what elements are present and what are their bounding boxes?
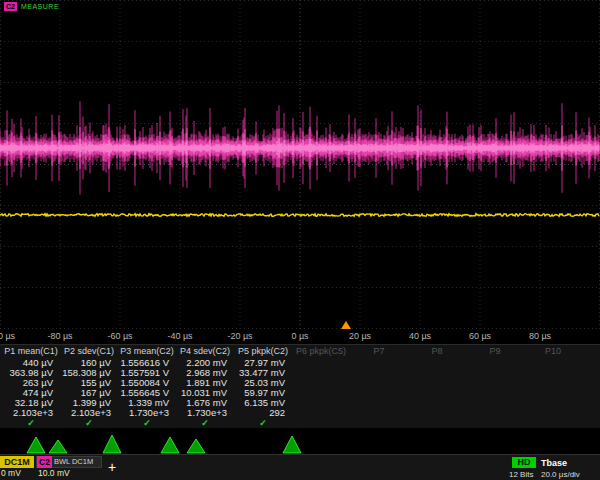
- histogram-peak: [27, 437, 45, 453]
- meas-value: [350, 378, 408, 388]
- meas-value: [408, 368, 466, 378]
- meas-value: [524, 368, 582, 378]
- meas-value: [466, 358, 524, 368]
- meas-value: [524, 378, 582, 388]
- meas-value: [524, 388, 582, 398]
- channel-c2-descriptor[interactable]: C2 BWL DC1M 10.0 mV: [36, 456, 102, 479]
- meas-value: [524, 408, 582, 418]
- meas-value: [292, 388, 350, 398]
- meas-value: 292: [234, 408, 292, 418]
- meas-value: [408, 388, 466, 398]
- meas-header-p9[interactable]: P9: [466, 345, 524, 358]
- meas-header-p8[interactable]: P8: [408, 345, 466, 358]
- hd-mode-badge[interactable]: HD: [512, 457, 536, 468]
- axis-tick-label: -80 µs: [47, 331, 72, 341]
- measurement-table: P1 mean(C1)P2 sdev(C1)P3 mean(C2)P4 sdev…: [0, 344, 600, 428]
- histogram-peak: [103, 435, 121, 453]
- meas-value: 1.730e+3: [118, 408, 176, 418]
- meas-value: [466, 398, 524, 408]
- meas-value: [350, 358, 408, 368]
- measurement-histicons: [0, 428, 600, 454]
- c2-coupling-label: BWL DC1M: [54, 456, 93, 468]
- meas-value: 2.103e+3: [60, 408, 118, 418]
- axis-tick-label: -100 µs: [0, 331, 15, 341]
- c1-coupling-label: DC1M: [0, 456, 34, 468]
- meas-value: [524, 398, 582, 408]
- meas-value: [350, 408, 408, 418]
- meas-value: [524, 358, 582, 368]
- channel-c1-descriptor[interactable]: DC1M 0 mV: [0, 456, 34, 479]
- axis-tick-label: 80 µs: [529, 331, 551, 341]
- meas-header-p7[interactable]: P7: [350, 345, 408, 358]
- trigger-time-marker-icon[interactable]: [341, 321, 351, 329]
- meas-row: 2.103e+32.103e+31.730e+31.730e+3292: [0, 408, 600, 418]
- meas-value: [350, 398, 408, 408]
- meas-value: [466, 388, 524, 398]
- c2-descriptor-header: C2 BWL DC1M: [36, 456, 102, 468]
- axis-tick-label: 60 µs: [469, 331, 491, 341]
- acquisition-status-label: MEASURE: [21, 2, 59, 11]
- meas-value: [466, 408, 524, 418]
- axis-tick-label: -40 µs: [167, 331, 192, 341]
- meas-value: [466, 378, 524, 388]
- histogram-peak: [187, 439, 205, 453]
- bottom-descriptor-bar: DC1M 0 mV C2 BWL DC1M 10.0 mV + HD 12 Bi…: [0, 454, 600, 480]
- meas-value: [292, 398, 350, 408]
- hd-bits-label: 12 Bits: [509, 470, 533, 479]
- waveform-display-area: C2 MEASURE: [0, 0, 600, 330]
- histicon-graphics: [0, 428, 600, 454]
- meas-value: 2.103e+3: [2, 408, 60, 418]
- add-trace-plus-marker[interactable]: +: [108, 460, 116, 474]
- meas-value: [292, 358, 350, 368]
- active-channel-badge: C2: [4, 2, 17, 11]
- c2-scale-value: 10.0 mV: [36, 468, 102, 479]
- histogram-peak: [283, 436, 301, 453]
- axis-tick-label: -60 µs: [107, 331, 132, 341]
- oscilloscope-screen: C2 MEASURE -100 µs-80 µs-60 µs-40 µs-20 …: [0, 0, 600, 480]
- meas-value: [408, 398, 466, 408]
- meas-value: [292, 378, 350, 388]
- meas-value: 1.730e+3: [176, 408, 234, 418]
- graticule-and-traces: [0, 0, 600, 330]
- meas-value: [466, 368, 524, 378]
- axis-tick-label: 40 µs: [409, 331, 431, 341]
- measurement-values: 440 µV160 µV1.556616 V2.200 mV27.97 mV36…: [0, 358, 600, 418]
- top-left-status: C2 MEASURE: [4, 2, 59, 11]
- c1-trace[interactable]: [0, 214, 599, 217]
- c1-scale-value: 0 mV: [0, 468, 34, 479]
- meas-value: [350, 388, 408, 398]
- meas-value: [408, 378, 466, 388]
- time-axis: -100 µs-80 µs-60 µs-40 µs-20 µs0 µs20 µs…: [0, 329, 600, 344]
- axis-tick-label: -20 µs: [227, 331, 252, 341]
- axis-tick-label: 0 µs: [291, 331, 308, 341]
- timebase-scale-value: 20.0 µs/div: [541, 470, 580, 479]
- histogram-peak: [49, 440, 67, 453]
- meas-value: [292, 408, 350, 418]
- meas-value: [408, 408, 466, 418]
- meas-header-p6[interactable]: P6 pkpk(C5): [292, 345, 350, 358]
- axis-tick-label: 20 µs: [349, 331, 371, 341]
- meas-value: [292, 368, 350, 378]
- meas-header-p10[interactable]: P10: [524, 345, 582, 358]
- meas-value: [350, 368, 408, 378]
- c2-channel-badge: C2: [37, 456, 52, 468]
- timebase-descriptor[interactable]: Tbase: [541, 458, 567, 468]
- histogram-peak: [161, 437, 179, 453]
- meas-value: [408, 358, 466, 368]
